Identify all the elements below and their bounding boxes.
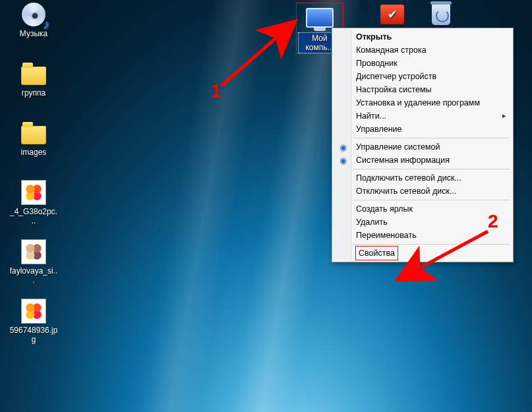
menu-item-create-shortcut[interactable]: Создать ярлык <box>334 202 512 216</box>
menu-item-unmap-drive[interactable]: Отключить сетевой диск... <box>334 185 512 198</box>
menu-item-properties-row[interactable]: Свойства <box>334 247 512 260</box>
recycle-bin-icon <box>427 1 456 28</box>
annotation-label-1: 1 <box>211 80 222 102</box>
cd-music-icon: ♪ <box>19 1 48 28</box>
menu-item-delete[interactable]: Удалить <box>334 216 512 229</box>
image-thumb-icon <box>19 179 48 206</box>
gear-globe-icon: ◉ <box>338 142 348 152</box>
menu-separator <box>353 200 510 200</box>
menu-separator <box>353 169 510 169</box>
menu-item-device-manager[interactable]: Диспетчер устройств <box>334 70 512 83</box>
red-panel-icon: ✔ <box>378 1 407 28</box>
menu-item-system-management[interactable]: ◉ Управление системой <box>334 140 512 154</box>
context-menu: Открыть Командная строка Проводник Диспе… <box>332 28 514 262</box>
menu-item-manage[interactable]: Управление <box>334 123 512 136</box>
menu-item-rename[interactable]: Переименовать <box>334 229 512 242</box>
desktop-icon-file2[interactable]: faylovaya_si... <box>9 239 58 285</box>
desktop-icon-group[interactable]: группа <box>9 61 58 98</box>
menu-separator <box>353 244 510 245</box>
menu-item-explorer[interactable]: Проводник <box>334 57 512 70</box>
icon-label: faylovaya_si... <box>9 266 58 285</box>
icon-label: images <box>21 148 47 157</box>
desktop-icon-file3[interactable]: 596748936.jpg <box>9 298 58 344</box>
svg-line-0 <box>222 21 295 86</box>
image-thumb-icon <box>19 298 48 324</box>
menu-item-add-remove-programs[interactable]: Установка и удаление программ <box>334 96 512 109</box>
menu-label: Системная информация <box>356 156 450 165</box>
menu-item-open[interactable]: Открыть <box>334 30 512 44</box>
desktop[interactable]: ♪ Музыка группа images _4_G38o2pc... fay… <box>0 0 532 412</box>
menu-item-msconfig[interactable]: Настройка системы <box>334 83 512 96</box>
desktop-icon-images[interactable]: images <box>9 120 58 157</box>
icon-label: группа <box>22 88 46 98</box>
icon-label: 596748936.jpg <box>9 326 58 344</box>
icon-label: _4_G38o2pc... <box>9 207 58 225</box>
folder-icon <box>19 120 48 146</box>
desktop-icon-music[interactable]: ♪ Музыка <box>9 1 58 38</box>
menu-label: Управление системой <box>356 142 440 152</box>
menu-separator <box>353 138 510 138</box>
desktop-icon-red[interactable]: ✔ <box>368 1 417 29</box>
menu-item-cmd[interactable]: Командная строка <box>334 44 512 57</box>
folder-icon <box>19 61 48 87</box>
monitor-icon <box>305 5 334 31</box>
image-thumb-icon <box>19 239 48 265</box>
menu-item-find[interactable]: Найти... <box>334 109 512 123</box>
menu-item-properties-highlight: Свойства <box>356 247 398 260</box>
desktop-icon-file1[interactable]: _4_G38o2pc... <box>9 179 58 225</box>
annotation-label-2: 2 <box>488 211 498 232</box>
gear-globe-icon: ◉ <box>338 155 348 165</box>
menu-item-map-drive[interactable]: Подключить сетевой диск... <box>334 171 512 185</box>
menu-item-system-info[interactable]: ◉ Системная информация <box>334 154 512 167</box>
